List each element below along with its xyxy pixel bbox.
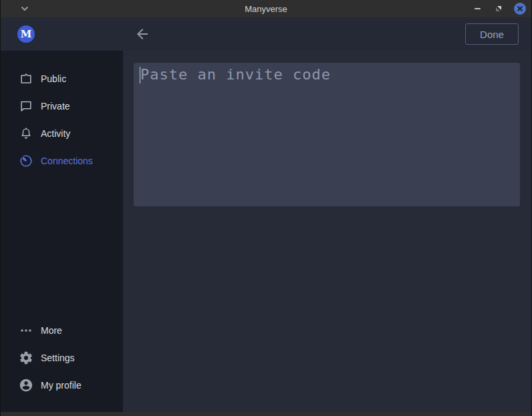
topbar: M Done bbox=[1, 17, 531, 51]
sidebar-item-label: Public bbox=[41, 73, 66, 84]
sidebar-item-label: Private bbox=[41, 101, 70, 112]
sidebar-item-label: Settings bbox=[41, 353, 75, 363]
ellipsis-icon bbox=[19, 323, 33, 338]
sidebar-item-public[interactable]: Public bbox=[1, 65, 123, 92]
sidebar-item-more[interactable]: More bbox=[1, 317, 123, 344]
titlebar: Manyverse bbox=[1, 0, 531, 17]
bell-icon bbox=[19, 126, 33, 141]
manyverse-window: Manyverse M Done Public bbox=[0, 0, 532, 416]
invite-input-wrap bbox=[134, 63, 520, 206]
restore-window-icon[interactable] bbox=[493, 3, 505, 15]
main-content bbox=[123, 51, 531, 412]
sidebar-item-label: More bbox=[41, 325, 62, 336]
sidebar-item-private[interactable]: Private bbox=[1, 92, 123, 120]
connections-icon bbox=[19, 154, 33, 168]
manyverse-logo: M bbox=[17, 25, 35, 43]
body: Public Private Activity bbox=[1, 51, 531, 412]
sidebar: Public Private Activity bbox=[1, 51, 123, 412]
window-bottom-edge bbox=[1, 412, 531, 416]
sidebar-spacer bbox=[1, 174, 123, 317]
sidebar-item-settings[interactable]: Settings bbox=[1, 344, 123, 371]
sidebar-item-my-profile[interactable]: My profile bbox=[1, 371, 123, 399]
invite-code-input[interactable] bbox=[134, 63, 520, 206]
text-caret bbox=[140, 67, 140, 83]
sidebar-item-label: My profile bbox=[41, 380, 82, 391]
sidebar-bottom: More Settings My profile bbox=[1, 317, 123, 412]
window-controls bbox=[471, 0, 526, 17]
back-arrow-icon[interactable] bbox=[134, 26, 150, 42]
person-icon bbox=[19, 378, 33, 393]
sidebar-item-label: Activity bbox=[41, 128, 70, 139]
gear-icon bbox=[19, 351, 33, 365]
sidebar-item-connections[interactable]: Connections bbox=[1, 147, 123, 174]
window-menu-chevron-icon[interactable] bbox=[19, 4, 30, 13]
board-icon bbox=[19, 71, 33, 86]
minimize-icon[interactable] bbox=[471, 3, 483, 15]
sidebar-item-activity[interactable]: Activity bbox=[1, 120, 123, 147]
close-icon[interactable] bbox=[514, 3, 526, 15]
chat-bubble-icon bbox=[19, 99, 33, 114]
window-title: Manyverse bbox=[1, 4, 531, 14]
sidebar-item-label: Connections bbox=[41, 156, 93, 166]
done-button[interactable]: Done bbox=[465, 23, 519, 45]
